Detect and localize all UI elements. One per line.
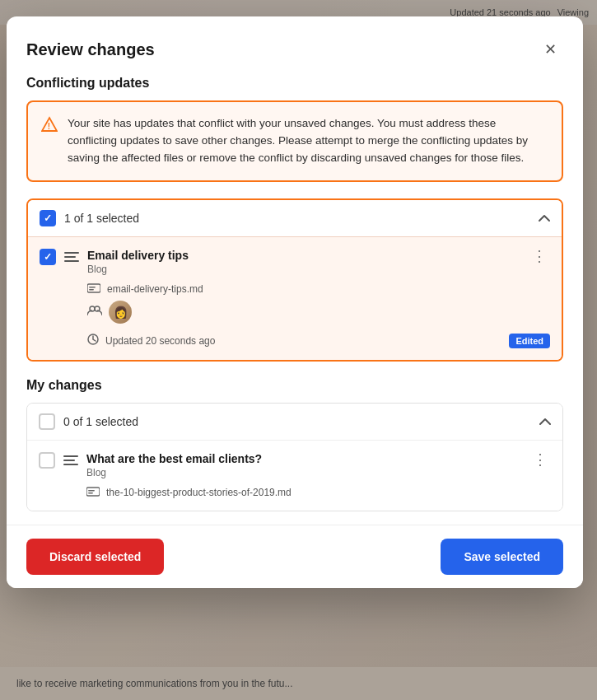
- modal-body: Conflicting updates ! Your site has upda…: [7, 76, 583, 525]
- modal-overlay: Review changes ✕ Conflicting updates ! Y…: [0, 0, 597, 700]
- conflicting-item-subtitle: Blog: [87, 264, 189, 275]
- my-changes-title-group: What are the best email clients? Blog: [86, 452, 262, 478]
- conflict-alert-text: Your site has updates that conflict with…: [68, 115, 548, 167]
- item-meta: email-delivery-tips.md 👩: [87, 283, 550, 348]
- conflict-alert-box: ! Your site has updates that conflict wi…: [26, 100, 563, 182]
- my-changes-item-inner: What are the best email clients? Blog ⋮: [39, 452, 551, 499]
- save-selected-button[interactable]: Save selected: [441, 539, 563, 575]
- discard-selected-button[interactable]: Discard selected: [26, 539, 164, 575]
- my-changes-item-content: What are the best email clients? Blog ⋮: [86, 452, 551, 499]
- conflicting-item-checkbox[interactable]: [40, 249, 56, 265]
- my-changes-select-all-checkbox[interactable]: [39, 413, 55, 430]
- conflicting-item-inner: Email delivery tips Blog ⋮: [40, 249, 550, 348]
- my-changes-header[interactable]: 0 of 1 selected: [27, 404, 562, 440]
- svg-text:!: !: [48, 122, 50, 131]
- conflicting-item-card: Email delivery tips Blog ⋮: [28, 236, 562, 360]
- my-changes-filename-row: the-10-biggest-product-stories-of-2019.m…: [86, 487, 551, 499]
- modal-header: Review changes ✕: [7, 16, 583, 76]
- svg-rect-9: [88, 490, 95, 492]
- document-lines-icon: [64, 249, 79, 262]
- my-changes-dots-icon: ⋮: [533, 451, 548, 468]
- conflicting-section-title: Conflicting updates: [26, 76, 563, 91]
- conflicting-item-content: Email delivery tips Blog ⋮: [87, 249, 550, 348]
- avatar-row: 👩: [87, 301, 550, 324]
- my-changes-item-header-row: What are the best email clients? Blog ⋮: [86, 452, 551, 478]
- my-changes-item-checkbox[interactable]: [39, 452, 55, 469]
- updated-row: Updated 20 seconds ago: [87, 334, 215, 348]
- close-button[interactable]: ✕: [537, 36, 563, 63]
- conflicting-select-all-checkbox[interactable]: [40, 210, 56, 226]
- item-bottom-row: Updated 20 seconds ago Edited: [87, 334, 550, 348]
- clock-icon: [87, 334, 99, 348]
- conflicting-chevron-icon: [539, 211, 550, 226]
- my-changes-item-title: What are the best email clients?: [86, 452, 262, 465]
- my-changes-count-label: 0 of 1 selected: [63, 415, 531, 428]
- svg-rect-8: [86, 488, 100, 496]
- svg-rect-3: [89, 287, 96, 288]
- my-changes-item-meta: the-10-biggest-product-stories-of-2019.m…: [86, 487, 551, 499]
- svg-rect-10: [88, 492, 93, 494]
- my-changes-file-icon: [86, 487, 100, 499]
- modal-title: Review changes: [26, 40, 155, 59]
- my-changes-title: My changes: [26, 378, 563, 393]
- conflicting-selection-header[interactable]: 1 of 1 selected: [28, 200, 562, 236]
- my-changes-item-menu-button[interactable]: ⋮: [529, 452, 551, 467]
- item-header-row: Email delivery tips Blog ⋮: [87, 249, 550, 275]
- my-changes-item-filename: the-10-biggest-product-stories-of-2019.m…: [106, 487, 292, 498]
- item-title-group: Email delivery tips Blog: [87, 249, 189, 275]
- conflicting-item-menu-button[interactable]: ⋮: [529, 249, 550, 264]
- avatar: 👩: [109, 301, 132, 324]
- conflicting-item-filename: email-delivery-tips.md: [107, 283, 203, 295]
- conflicting-item-updated: Updated 20 seconds ago: [105, 335, 215, 347]
- my-changes-item-subtitle: Blog: [86, 467, 262, 478]
- my-changes-item-card: What are the best email clients? Blog ⋮: [27, 440, 562, 511]
- my-changes-chevron-icon: [539, 414, 551, 429]
- file-icon: [87, 283, 100, 296]
- alert-icon: !: [41, 116, 58, 137]
- dots-icon: ⋮: [532, 248, 547, 264]
- conflicting-item-title: Email delivery tips: [87, 249, 189, 262]
- modal-footer: Discard selected Save selected: [7, 525, 583, 588]
- svg-rect-4: [89, 289, 94, 291]
- conflicting-selection-box: 1 of 1 selected: [26, 198, 563, 362]
- conflicting-count-label: 1 of 1 selected: [64, 212, 530, 225]
- my-changes-section: My changes 0 of 1 selected: [26, 378, 563, 511]
- my-changes-box: 0 of 1 selected: [26, 403, 563, 511]
- edited-badge: Edited: [509, 334, 550, 348]
- modal-dialog: Review changes ✕ Conflicting updates ! Y…: [7, 16, 583, 588]
- avatar-face: 👩: [109, 301, 132, 324]
- filename-row: email-delivery-tips.md: [87, 283, 550, 296]
- svg-rect-2: [87, 284, 100, 292]
- close-icon: ✕: [544, 40, 557, 58]
- my-changes-lines-icon: [63, 452, 78, 465]
- users-icon: [87, 305, 102, 319]
